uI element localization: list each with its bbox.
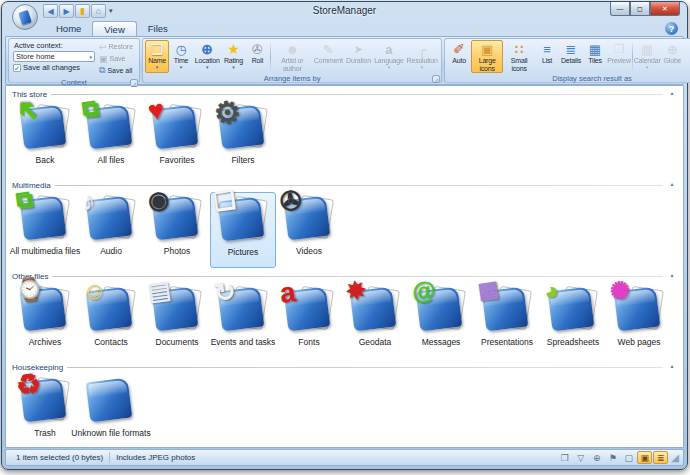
item-fonts[interactable]: aFonts [276,283,342,359]
item-all-files[interactable]: ⧉All files [78,101,144,177]
item-label: Web pages [618,337,661,347]
item-events-and-tasks[interactable]: ↻Events and tasks [210,283,276,359]
item-trash[interactable]: ♻Trash [12,374,78,448]
tab-view[interactable]: View [92,21,136,36]
section-collapse-icon[interactable]: ▴ [667,363,677,371]
section-collapse-icon[interactable]: ▴ [667,181,677,189]
rating-button[interactable]: ★Rating▾ [221,40,245,73]
item-audio[interactable]: ♪Audio [78,192,144,268]
messages-folder-icon: @ [415,286,467,334]
item-unknown-file-formats[interactable]: Unknown file formats [78,374,144,448]
location-button[interactable]: ⊕Location▾ [193,40,221,73]
small-icons-button[interactable]: ∷Small icons [503,40,535,73]
item-archives[interactable]: ⌚Archives [12,283,78,359]
item-geodata[interactable]: ✸Geodata [342,283,408,359]
globe-button[interactable]: ⊕Globe [660,40,684,73]
item-back[interactable]: ➔Back [12,101,78,177]
item-all-multimedia-files[interactable]: ⧉All multimedia files [12,192,78,268]
artist-or-author-button[interactable]: ☻Artist or author [272,40,312,73]
item-spreadsheets[interactable]: ◕Spreadsheets [540,283,606,359]
item-filters[interactable]: ⚙Filters [210,101,276,177]
documents-folder-icon: ▤ [151,286,203,334]
item-videos[interactable]: ✇Videos [276,192,342,268]
item-favorites[interactable]: ♥Favorites [144,101,210,177]
details-button[interactable]: ≣Details [559,40,583,73]
item-label: Photos [164,246,190,256]
folder-icon[interactable]: ▢ [621,451,636,464]
auto-button[interactable]: ✐Auto [447,40,471,73]
application-button[interactable] [12,4,38,30]
resize-grip[interactable]: ◢ [671,452,679,463]
item-label: All files [98,155,125,165]
group-separator [270,41,271,72]
context-combobox[interactable]: Store home ▾ [13,51,95,62]
dialog-launcher-icon[interactable] [130,79,138,87]
item-pictures[interactable]: ❏Pictures [210,192,276,268]
save-button[interactable]: ▣Save [97,53,135,64]
globe-icon[interactable]: ⊕ [589,451,604,464]
item-photos[interactable]: ◉Photos [144,192,210,268]
item-presentations[interactable]: ▦Presentations [474,283,540,359]
selection-status-text: 1 item selected (0 bytes) [10,453,109,462]
restore-button[interactable]: ↩Restore [97,41,135,52]
details-toggle-icon[interactable]: ≣ [653,451,668,464]
large-icons-toggle-icon[interactable]: ▣ [637,451,652,464]
name-button[interactable]: ❏Name▾ [145,40,169,73]
gears-folder-icon: ⚙ [217,104,269,152]
contacts-folder-icon: ☺ [80,275,108,306]
preview-pane-icon[interactable]: ❐ [557,451,572,464]
large-icons-button[interactable]: ▣Large icons [471,40,503,73]
section-collapse-icon[interactable]: ▴ [667,90,677,98]
section-multimedia: Multimedia▴⧉All multimedia files♪Audio◉P… [12,179,677,268]
item-documents[interactable]: ▤Documents [144,283,210,359]
plain-folder-icon [85,377,137,425]
button-label: List [542,57,552,65]
duration-button[interactable]: ➤Duration [344,40,372,73]
item-contacts[interactable]: ☺Contacts [78,283,144,359]
comment-icon: ✎ [323,42,334,57]
button-label: Comment [314,57,343,65]
recycle-folder-icon: ♻ [19,377,71,425]
section-collapse-icon[interactable]: ▴ [667,272,677,280]
close-button[interactable]: ✕ [650,2,680,16]
list-button[interactable]: ≡List [535,40,559,73]
title-bar[interactable]: ◀▶▮⌂▾ StoreManager —◻✕ [5,2,684,20]
chevron-down-icon: ▾ [232,65,235,70]
dialog-launcher-icon[interactable] [432,75,440,83]
section-rule [67,367,663,368]
documents-folder-icon: ▤ [146,276,172,307]
tag-cloud-button[interactable]: ⚐Tag cloud [684,40,690,73]
resolution-button[interactable]: ┌Resolution▾ [405,40,439,73]
checkbox-check-icon: ✓ [13,64,21,72]
microphone-folder-icon: ♪ [80,185,97,218]
tab-home[interactable]: Home [45,21,92,36]
save-all-button[interactable]: ⧉Save all [97,65,135,76]
preview-button[interactable]: ❐Preview [607,40,631,73]
tag-icon[interactable]: ⚑ [605,451,620,464]
chevron-down-icon: ▾ [206,65,209,70]
save-all-changes-label: Save all changes [23,63,80,72]
language-button[interactable]: aLanguage▾ [373,40,406,73]
name-icon: ❏ [151,42,164,57]
archive-folder-icon: ⌚ [19,286,71,334]
tiles-button[interactable]: ▦Tiles [583,40,607,73]
fonts-folder-icon: a [283,286,335,334]
filter-icon[interactable]: ▽ [573,451,588,464]
item-messages[interactable]: @Messages [408,283,474,359]
item-label: Pictures [228,247,259,257]
events-folder-icon: ↻ [217,286,269,334]
tab-files[interactable]: Files [137,21,179,36]
minimize-button[interactable]: — [610,2,630,16]
comment-button[interactable]: ✎Comment [312,40,344,73]
roll-button[interactable]: ✇Roll [245,40,269,73]
item-web-pages[interactable]: ✺Web pages [606,283,672,359]
pictures-folder-icon: ❏ [217,196,269,244]
save-all-changes-checkbox[interactable]: ✓ Save all changes [13,63,95,72]
button-label: Artist or author [275,57,309,72]
button-label: Restore [109,43,134,50]
events-folder-icon: ↻ [212,276,238,310]
time-button[interactable]: ◷Time▾ [169,40,193,73]
help-icon[interactable]: ? [665,22,678,35]
maximize-button[interactable]: ◻ [630,2,650,16]
calendar-button[interactable]: ▦Calendar▾ [634,40,661,73]
